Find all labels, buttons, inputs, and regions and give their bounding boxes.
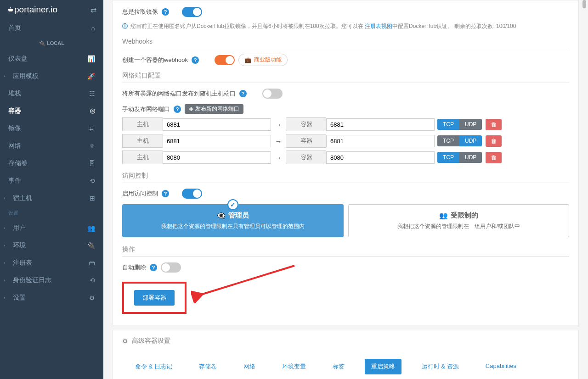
access-card-restricted[interactable]: 👥受限制的 我想把这个资源的管理限制在一组用户和/或团队中 <box>348 204 570 237</box>
tab-7[interactable]: Capabilities <box>479 359 523 374</box>
business-feature-button[interactable]: 💼 商业版功能 <box>238 54 288 66</box>
trash-icon: 🗑 <box>491 154 497 161</box>
nav-icon: 🚀 <box>87 72 95 80</box>
tab-2[interactable]: 网络 <box>237 359 262 374</box>
nav-icon: ☷ <box>89 90 95 97</box>
rate-limit-note: ⓘ 您目前正在使用匿名账户从DockerHub拉取镜像，并且每6小时将被限制在1… <box>122 22 569 30</box>
host-label: 主机 <box>122 150 163 164</box>
publish-all-label: 将所有暴露的网络端口发布到随机主机端口 <box>122 89 236 98</box>
nav-label: 注册表 <box>13 259 32 267</box>
deploy-button[interactable]: 部署容器 <box>134 290 175 306</box>
manual-ports-label: 手动发布网络端口 <box>122 105 170 113</box>
nav-icon: ⟲ <box>90 177 95 184</box>
tab-5[interactable]: 重启策略 <box>365 359 401 374</box>
nav-icon: ⿻ <box>89 125 95 132</box>
nav-label: 应用模板 <box>13 72 39 80</box>
nav-label: 环境 <box>13 241 26 250</box>
webhook-toggle[interactable] <box>215 55 235 65</box>
tab-4[interactable]: 标签 <box>326 359 351 374</box>
nav-settings-0[interactable]: ›用户👥 <box>0 219 103 237</box>
delete-port-button[interactable]: 🗑 <box>486 152 502 163</box>
container-label: 容器 <box>286 134 326 148</box>
auto-remove-label: 自动删除 <box>122 263 146 272</box>
nav-label: 事件 <box>8 177 21 185</box>
nav-item-0[interactable]: 仪表盘📊 <box>0 50 103 67</box>
check-icon: ✓ <box>227 199 238 210</box>
arrow-icon: → <box>271 121 286 128</box>
udp-button[interactable]: UDP <box>459 152 482 163</box>
nav-item-5[interactable]: 网络⚛ <box>0 137 103 155</box>
main-content: 总是拉取镜像 ? ⓘ 您目前正在使用匿名账户从DockerHub拉取镜像，并且每… <box>103 0 588 379</box>
container-port-input[interactable] <box>326 118 435 131</box>
nav-icon: 🗃 <box>89 259 95 267</box>
pull-image-toggle[interactable] <box>182 7 202 17</box>
nav-settings-3[interactable]: ›身份验证日志⟲ <box>0 272 103 289</box>
nav-label: 镜像 <box>8 124 21 133</box>
nav-settings-2[interactable]: ›注册表🗃 <box>0 254 103 272</box>
udp-button[interactable]: UDP <box>459 135 482 146</box>
container-port-input[interactable] <box>326 151 435 164</box>
add-port-button[interactable]: ✚ 发布新的网络端口 <box>185 104 243 114</box>
nav-icon: ⚛ <box>89 142 95 150</box>
nav-settings-1[interactable]: ›环境🔌 <box>0 237 103 254</box>
help-icon[interactable]: ? <box>150 264 157 271</box>
ports-title: 网络端口配置 <box>122 72 569 83</box>
container-label: 容器 <box>286 117 326 131</box>
nav-home[interactable]: 首页 ⌂ <box>0 19 103 37</box>
delete-port-button[interactable]: 🗑 <box>486 119 502 130</box>
access-card-admin[interactable]: ✓ 👁‍🗨管理员 我想把这个资源的管理限制在只有管理员可以管理的范围内 <box>122 204 344 237</box>
container-port-input[interactable] <box>326 135 435 147</box>
host-port-input[interactable] <box>163 118 271 131</box>
nav-settings-4[interactable]: ›设置⚙ <box>0 289 103 307</box>
tab-6[interactable]: 运行时 & 资源 <box>415 359 465 374</box>
nav-icon: ⦾ <box>90 107 95 115</box>
delete-port-button[interactable]: 🗑 <box>486 135 502 147</box>
nav-item-3[interactable]: 容器⦾ <box>0 102 103 120</box>
nav-item-7[interactable]: 事件⟲ <box>0 172 103 190</box>
tab-3[interactable]: 环境变量 <box>276 359 312 374</box>
nav-item-6[interactable]: 存储卷🗄 <box>0 155 103 172</box>
container-label: 容器 <box>286 150 326 164</box>
nav-label: 堆栈 <box>8 89 21 98</box>
chevron-right-icon: › <box>4 261 8 265</box>
tcp-button[interactable]: TCP <box>437 135 459 146</box>
nav-icon: ⚙ <box>89 294 95 301</box>
publish-all-toggle[interactable] <box>262 89 283 99</box>
auto-remove-toggle[interactable] <box>161 262 181 273</box>
nav-icon: ⊞ <box>90 195 95 202</box>
scrollbar-thumb[interactable] <box>582 0 586 8</box>
help-icon[interactable]: ? <box>192 56 199 64</box>
tcp-button[interactable]: TCP <box>437 152 459 163</box>
nav-label: 存储卷 <box>8 159 28 167</box>
webhook-label: 创建一个容器的webhook <box>122 56 188 64</box>
info-icon: ⓘ <box>122 22 128 30</box>
briefcase-icon: 💼 <box>244 57 251 63</box>
nav-item-2[interactable]: 堆栈☷ <box>0 85 103 102</box>
access-title: 访问控制 <box>122 172 569 183</box>
nav-icon: 📊 <box>87 55 95 62</box>
tab-1[interactable]: 存储卷 <box>192 359 223 374</box>
port-row: 主机 → 容器 TCP UDP 🗑 <box>122 134 569 148</box>
help-icon[interactable]: ? <box>162 8 169 16</box>
nav-label: 宿主机 <box>13 194 32 202</box>
brand-logo[interactable]: portainer.io <box>7 5 57 15</box>
enable-access-label: 启用访问控制 <box>122 190 158 198</box>
sidebar-toggle-icon[interactable]: ⇄ <box>90 6 96 14</box>
plug-icon: 🔌 <box>39 40 45 46</box>
nav-item-1[interactable]: ›应用模板🚀 <box>0 67 103 85</box>
home-icon: ⌂ <box>91 24 95 32</box>
registry-link[interactable]: 注册表视图 <box>365 23 392 29</box>
tcp-button[interactable]: TCP <box>437 119 459 130</box>
nav-label: 身份验证日志 <box>13 276 51 284</box>
host-port-input[interactable] <box>163 151 271 164</box>
nav-item-8[interactable]: ›宿主机⊞ <box>0 190 103 207</box>
nav-item-4[interactable]: 镜像⿻ <box>0 120 103 137</box>
host-port-input[interactable] <box>163 135 271 147</box>
access-toggle[interactable] <box>182 189 202 199</box>
help-icon[interactable]: ? <box>174 106 181 113</box>
arrow-icon: → <box>271 154 286 162</box>
tab-0[interactable]: 命令 & 日志记 <box>129 359 179 374</box>
help-icon[interactable]: ? <box>239 90 247 97</box>
udp-button[interactable]: UDP <box>459 119 482 130</box>
help-icon[interactable]: ? <box>162 190 169 197</box>
